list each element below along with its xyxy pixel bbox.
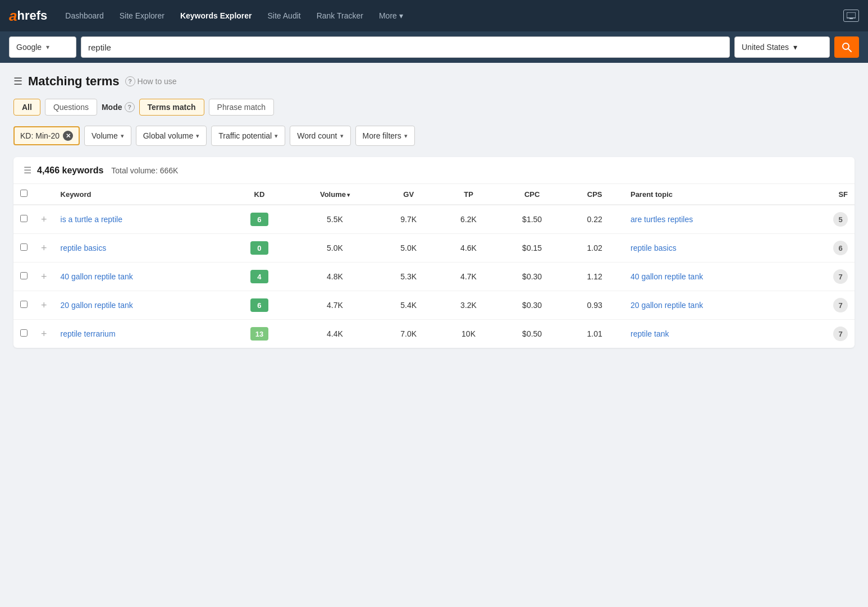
parent-topic-link[interactable]: reptile basics: [631, 243, 677, 252]
row-checkbox[interactable]: [20, 243, 28, 251]
tab-terms-match[interactable]: Terms match: [139, 99, 204, 116]
row-volume: 4.4K: [291, 320, 379, 348]
row-checkbox-cell[interactable]: [13, 263, 34, 291]
engine-dropdown[interactable]: Google ▾: [9, 36, 76, 58]
select-all-checkbox[interactable]: [20, 190, 28, 197]
keyword-link[interactable]: 40 gallon reptile tank: [61, 272, 133, 281]
row-gv: 9.7K: [378, 205, 438, 234]
filter-row: KD: Min-20 ✕ Volume ▾ Global volume ▾ Tr…: [13, 126, 855, 146]
col-cpc: CPC: [499, 184, 565, 205]
table-hamburger-icon[interactable]: ☰: [24, 165, 31, 176]
volume-chevron-icon: ▾: [121, 132, 124, 140]
country-chevron-icon: ▾: [793, 43, 797, 52]
sf-badge: 6: [833, 241, 848, 255]
row-checkbox[interactable]: [20, 272, 28, 279]
row-checkbox-cell[interactable]: [13, 234, 34, 263]
keyword-link[interactable]: reptile basics: [61, 243, 107, 252]
row-add-cell[interactable]: +: [34, 320, 54, 348]
table-row: + is a turtle a reptile 6 5.5K 9.7K 6.2K…: [13, 205, 855, 234]
nav-more[interactable]: More ▾: [372, 7, 410, 25]
parent-topic-link[interactable]: 40 gallon reptile tank: [631, 272, 703, 281]
sf-badge: 7: [833, 327, 848, 341]
row-checkbox[interactable]: [20, 215, 28, 222]
tab-phrase-match[interactable]: Phrase match: [209, 99, 274, 116]
kd-badge: 0: [250, 241, 268, 255]
row-add-cell[interactable]: +: [34, 291, 54, 320]
mode-label: Mode ?: [102, 102, 135, 112]
parent-topic-link[interactable]: 20 gallon reptile tank: [631, 301, 703, 310]
row-volume: 5.0K: [291, 234, 379, 263]
monitor-icon[interactable]: [843, 10, 859, 22]
parent-topic-link[interactable]: are turtles reptiles: [631, 215, 693, 224]
volume-filter-label: Volume: [92, 131, 118, 140]
col-sf: SF: [798, 184, 855, 205]
col-parent-topic: Parent topic: [624, 184, 798, 205]
table-row: + reptile basics 0 5.0K 5.0K 4.6K $0.15 …: [13, 234, 855, 263]
nav-site-audit[interactable]: Site Audit: [261, 7, 308, 25]
kd-chip-remove[interactable]: ✕: [63, 131, 73, 141]
more-filters-label: More filters: [363, 131, 401, 140]
row-sf: 5: [798, 205, 855, 234]
mode-row: All Questions Mode ? Terms match Phrase …: [13, 99, 855, 116]
parent-topic-link[interactable]: reptile tank: [631, 329, 669, 338]
more-filters-chevron-icon: ▾: [404, 132, 408, 140]
row-kd: 13: [227, 320, 291, 348]
kd-badge: 4: [250, 270, 268, 283]
traffic-potential-filter[interactable]: Traffic potential ▾: [211, 126, 285, 146]
row-volume: 4.7K: [291, 291, 379, 320]
nav-dashboard[interactable]: Dashboard: [58, 7, 111, 25]
col-keyword: Keyword: [54, 184, 228, 205]
country-dropdown[interactable]: United States ▾: [734, 36, 830, 58]
hamburger-icon[interactable]: ☰: [13, 75, 22, 88]
row-checkbox-cell[interactable]: [13, 320, 34, 348]
row-checkbox-cell[interactable]: [13, 291, 34, 320]
table-header-row: ☰ 4,466 keywords Total volume: 666K: [13, 157, 855, 184]
row-sf: 7: [798, 320, 855, 348]
how-to-use-link[interactable]: ? How to use: [125, 76, 177, 86]
row-cpc: $1.50: [499, 205, 565, 234]
global-volume-filter[interactable]: Global volume ▾: [136, 126, 207, 146]
row-cpc: $0.15: [499, 234, 565, 263]
row-checkbox[interactable]: [20, 301, 28, 308]
search-button[interactable]: [834, 36, 859, 58]
tab-all[interactable]: All: [13, 99, 40, 116]
global-volume-label: Global volume: [143, 131, 194, 140]
col-volume[interactable]: Volume▾: [291, 184, 379, 205]
row-gv: 7.0K: [378, 320, 438, 348]
col-select-all[interactable]: [13, 184, 34, 205]
kd-chip-label: KD: Min-20: [20, 131, 60, 140]
more-filters[interactable]: More filters ▾: [355, 126, 415, 146]
kd-filter-chip[interactable]: KD: Min-20 ✕: [13, 126, 80, 145]
nav-more-label: More: [379, 11, 397, 20]
keyword-link[interactable]: is a turtle a reptile: [61, 215, 123, 224]
search-input[interactable]: [88, 43, 723, 52]
row-checkbox[interactable]: [20, 329, 28, 337]
nav-site-explorer[interactable]: Site Explorer: [113, 7, 171, 25]
tab-questions[interactable]: Questions: [45, 99, 97, 116]
volume-filter[interactable]: Volume ▾: [84, 126, 131, 146]
row-add-cell[interactable]: +: [34, 263, 54, 291]
logo[interactable]: ahrefs: [9, 7, 47, 25]
word-count-filter[interactable]: Word count ▾: [290, 126, 350, 146]
row-kd: 4: [227, 263, 291, 291]
row-add-cell[interactable]: +: [34, 205, 54, 234]
kd-badge: 13: [250, 327, 268, 341]
row-gv: 5.4K: [378, 291, 438, 320]
keyword-link[interactable]: 20 gallon reptile tank: [61, 301, 133, 310]
nav-rank-tracker[interactable]: Rank Tracker: [310, 7, 370, 25]
keyword-count: 4,466 keywords: [37, 165, 103, 176]
nav-keywords-explorer[interactable]: Keywords Explorer: [173, 7, 259, 25]
row-checkbox-cell[interactable]: [13, 205, 34, 234]
sf-badge: 5: [833, 212, 848, 227]
row-add-cell[interactable]: +: [34, 234, 54, 263]
row-cpc: $0.30: [499, 263, 565, 291]
col-cps: CPS: [565, 184, 624, 205]
row-volume: 5.5K: [291, 205, 379, 234]
search-bar: Google ▾ United States ▾: [0, 31, 868, 63]
sf-badge: 7: [833, 298, 848, 312]
search-input-wrap: [81, 36, 730, 58]
keyword-link[interactable]: reptile terrarium: [61, 329, 116, 338]
word-count-label: Word count: [297, 131, 337, 140]
row-tp: 10K: [438, 320, 499, 348]
row-gv: 5.0K: [378, 234, 438, 263]
